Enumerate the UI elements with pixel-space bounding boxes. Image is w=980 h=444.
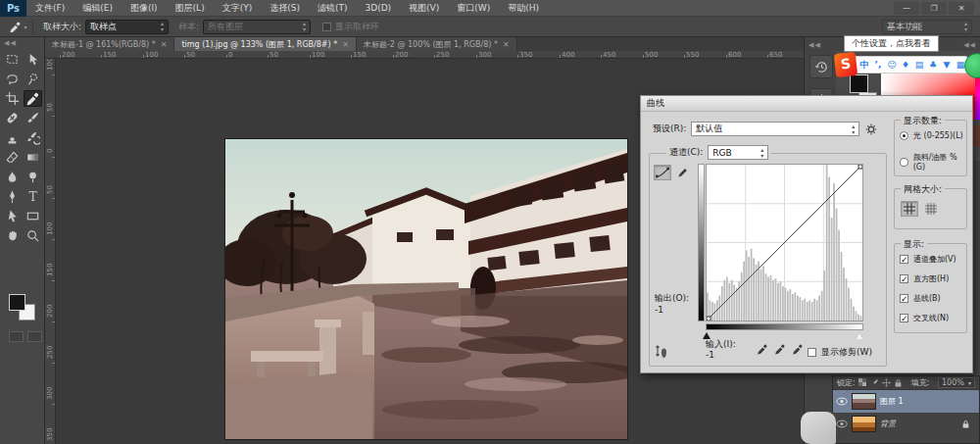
check-baseline[interactable]: ✓基线(B) [900, 293, 941, 304]
punctuation-icon[interactable]: ’, [872, 58, 884, 72]
pigment-radio[interactable] [900, 158, 908, 167]
skin-icon[interactable]: ▼ [941, 58, 953, 72]
sogou-logo-icon[interactable]: S [834, 52, 858, 77]
layer-row-background[interactable]: 背景 [833, 413, 979, 435]
move-tool[interactable] [24, 51, 42, 68]
menu-item-0[interactable]: 文件(F) [26, 0, 74, 17]
path-select-tool[interactable] [3, 208, 22, 224]
horizontal-ruler[interactable]: 2001501005005010015020025030035040045050… [45, 51, 804, 59]
zoom-tool[interactable] [24, 227, 42, 244]
hand-tool[interactable] [3, 227, 22, 244]
mic-icon[interactable]: ♦ [900, 58, 911, 72]
check-crosshair[interactable]: ✓交叉线(N) [900, 313, 949, 323]
channel-overlay-checkbox[interactable]: ✓ [900, 255, 908, 264]
check-histogram[interactable]: ✓直方图(H) [900, 273, 949, 284]
emoji-icon[interactable]: ☺ [886, 58, 898, 72]
menu-item-7[interactable]: 3D(D) [356, 0, 400, 17]
menu-item-9[interactable]: 窗口(W) [448, 0, 499, 17]
histogram-checkbox[interactable]: ✓ [900, 274, 908, 283]
blur-tool[interactable] [3, 169, 22, 185]
curve-plot[interactable] [706, 164, 863, 321]
rect-marquee-tool[interactable] [3, 51, 22, 68]
white-point-eyedropper[interactable] [792, 343, 804, 355]
lock-all-icon[interactable] [894, 378, 903, 388]
tab-untitled-2[interactable]: 未标题-2 @ 100% (图层 1, RGB/8) *✕ [357, 37, 517, 51]
visibility-eye-icon[interactable] [836, 397, 848, 406]
layer-name[interactable]: 背景 [880, 419, 896, 429]
tab-untitled-1[interactable]: 未标题-1 @ 161%(RGB/8) *✕ [45, 37, 174, 51]
panel-foreground-swatch[interactable] [850, 74, 868, 93]
menu-item-5[interactable]: 选择(S) [261, 0, 309, 17]
toolbar-collapse-icon[interactable]: ◀◀ [0, 37, 44, 49]
tab-timg-jpg[interactable]: timg (1).jpg @ 133% (图层 1, RGB/8#) *✕ [174, 37, 356, 51]
tab-close-icon[interactable]: ✕ [161, 40, 168, 49]
quick-select-tool[interactable] [24, 71, 42, 87]
lock-position-icon[interactable] [882, 378, 891, 387]
healing-brush-tool[interactable] [3, 110, 22, 126]
menu-item-2[interactable]: 图像(I) [122, 0, 167, 17]
black-point-eyedropper[interactable] [757, 343, 768, 355]
layer-row-1[interactable]: 图层 1 [833, 390, 979, 413]
curve-point-mode-button[interactable] [654, 165, 671, 180]
visibility-eye-icon[interactable] [836, 419, 848, 428]
history-panel-button[interactable] [809, 55, 833, 78]
crosshair-checkbox[interactable]: ✓ [900, 314, 908, 322]
type-tool[interactable]: T [24, 188, 42, 205]
brush-tool[interactable] [24, 110, 42, 126]
baseline-checkbox[interactable]: ✓ [900, 294, 908, 303]
gray-point-eyedropper[interactable] [774, 343, 786, 355]
eyedropper-tool[interactable] [24, 90, 42, 107]
vertical-ruler[interactable]: 10050050100150200250300350 [45, 59, 56, 444]
targeted-adjustment-button[interactable] [655, 345, 670, 359]
sample-size-dropdown[interactable]: 取样点▴▾ [85, 20, 169, 34]
tab-close-icon[interactable]: ✕ [503, 40, 510, 49]
dodge-tool[interactable] [24, 169, 42, 185]
white-point-slider[interactable] [856, 332, 863, 339]
lasso-tool[interactable] [3, 71, 22, 87]
crop-tool[interactable] [3, 90, 22, 107]
radio-pigment-row[interactable]: 颜料/油墨 %(G) [900, 152, 966, 172]
fine-grid-button[interactable] [922, 201, 940, 217]
pencil-mode-button[interactable] [673, 165, 691, 180]
menu-item-4[interactable]: 文字(Y) [214, 0, 262, 17]
gradient-tool[interactable] [24, 149, 42, 166]
shape-tool[interactable] [24, 208, 42, 224]
pen-tool[interactable] [3, 188, 22, 205]
clone-stamp-tool[interactable] [3, 129, 22, 146]
dock-collapse-icon[interactable]: ◀◀ [808, 41, 821, 49]
menu-item-10[interactable]: 帮助(H) [499, 0, 548, 17]
channel-dropdown[interactable]: RGB▴▾ [708, 145, 768, 160]
dock-collapse-icon-right[interactable]: ◀◀ [963, 41, 976, 49]
layer-thumbnail[interactable] [852, 416, 876, 432]
screen-mode-button[interactable] [27, 331, 42, 342]
lock-pixels-icon[interactable] [870, 378, 879, 387]
check-channel-overlay[interactable]: ✓通道叠加(V) [900, 254, 956, 265]
menu-item-6[interactable]: 滤镜(T) [309, 0, 357, 17]
restore-button[interactable]: ❐ [921, 2, 947, 15]
layer-thumbnail[interactable] [852, 393, 876, 410]
light-radio[interactable] [900, 131, 908, 140]
workspace-dropdown[interactable]: 基本功能▴▾ [882, 20, 972, 34]
radio-light-row[interactable]: 光 (0-255)(L) [900, 130, 963, 141]
quick-mask-button[interactable] [9, 331, 24, 342]
menu-item-8[interactable]: 视图(V) [400, 0, 448, 17]
layer-name[interactable]: 图层 1 [880, 396, 904, 407]
fill-dropdown[interactable]: 100%▾ [938, 377, 975, 388]
show-clip-checkbox[interactable] [808, 348, 816, 357]
toolbox-icon[interactable]: ♣ [927, 58, 939, 72]
eraser-tool[interactable] [3, 149, 22, 166]
menu-item-1[interactable]: 编辑(E) [74, 0, 122, 17]
tab-close-icon[interactable]: ✕ [342, 40, 349, 49]
foreground-color-swatch[interactable] [9, 294, 25, 311]
sogou-input-toolbar[interactable]: S 中’,☺♦▤♣▼▦ [838, 56, 968, 74]
close-button[interactable]: ✕ [949, 2, 974, 15]
current-tool-thumb[interactable]: ▾ [4, 19, 33, 35]
chinese-mode-icon[interactable]: 中 [858, 58, 870, 72]
coarse-grid-button[interactable] [901, 201, 918, 217]
document-image[interactable] [225, 139, 627, 439]
preset-gear-icon[interactable] [864, 123, 878, 136]
lock-transparent-icon[interactable] [858, 378, 867, 387]
history-brush-tool[interactable] [24, 129, 42, 146]
menu-item-3[interactable]: 图层(L) [167, 0, 214, 17]
preset-dropdown[interactable]: 默认值▴▾ [691, 122, 859, 136]
